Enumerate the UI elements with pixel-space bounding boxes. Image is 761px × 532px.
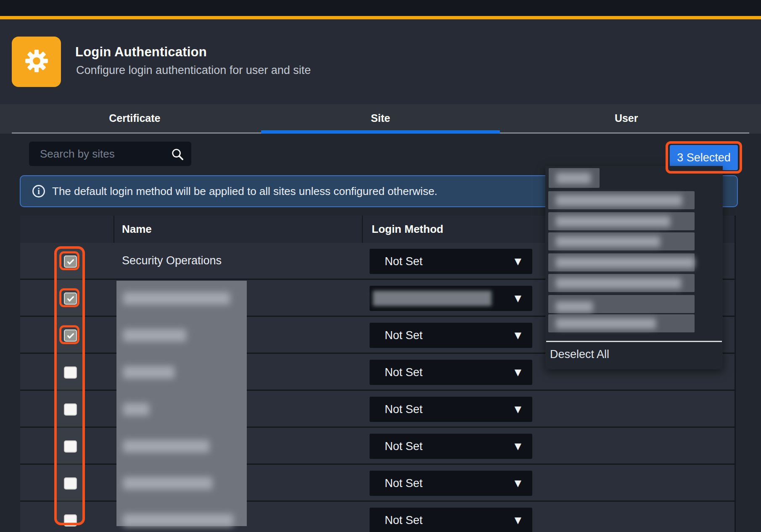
dropdown-option-redacted[interactable] [548, 295, 695, 313]
active-tab-indicator [261, 130, 499, 134]
page-subtitle: Configure login authentication for user … [76, 64, 311, 77]
tab-certificate[interactable]: Certificate [12, 104, 258, 132]
redacted-site-name [123, 403, 149, 416]
dropdown-option-redacted[interactable] [548, 253, 695, 271]
redacted-site-name [123, 366, 174, 379]
info-icon: i [32, 185, 45, 198]
redacted-names-block [116, 281, 247, 526]
caret-down-icon: ▼ [515, 256, 521, 266]
login-authentication-screen: Login Authentication Configure login aut… [0, 0, 761, 532]
checkbox-highlight-ring [59, 288, 79, 307]
column-header-name: Name [114, 216, 363, 243]
login-method-select[interactable]: Not Set ▼ [370, 360, 532, 385]
caret-down-icon: ▼ [515, 515, 521, 525]
dropdown-option-redacted[interactable] [548, 191, 695, 209]
caret-down-icon: ▼ [515, 330, 521, 340]
dropdown-option-redacted[interactable] [548, 212, 695, 230]
redacted-site-name [123, 440, 209, 453]
redacted-site-name [123, 477, 212, 490]
caret-down-icon: ▼ [515, 478, 521, 488]
login-method-select[interactable]: Not Set ▼ [370, 434, 532, 459]
dropdown-separator [546, 341, 722, 342]
login-method-select[interactable]: ▼ [370, 286, 532, 311]
redacted-site-name [123, 292, 230, 305]
tab-bar: Certificate Site User [0, 104, 761, 134]
dropdown-option-redacted[interactable] [548, 274, 695, 292]
caret-down-icon: ▼ [515, 441, 521, 451]
tab-user[interactable]: User [503, 104, 749, 132]
login-method-select[interactable]: Not Set ▼ [370, 323, 532, 348]
selection-dropdown: Deselect All [545, 166, 723, 369]
dropdown-option-redacted[interactable] [548, 232, 695, 250]
caret-down-icon: ▼ [515, 404, 521, 414]
settings-app-tile [12, 37, 61, 87]
dropdown-option-redacted[interactable] [548, 314, 695, 332]
caret-down-icon: ▼ [515, 367, 521, 377]
redacted-site-name [123, 329, 186, 342]
login-method-select[interactable]: Not Set ▼ [370, 508, 532, 532]
search-icon[interactable] [170, 147, 185, 161]
deselect-all-option[interactable]: Deselect All [550, 346, 609, 363]
info-banner-text: The default login method will be applied… [52, 185, 437, 198]
gear-icon [23, 47, 50, 76]
page-title: Login Authentication [75, 45, 207, 60]
site-name: Security Operations [122, 254, 222, 267]
top-bar [0, 0, 761, 16]
login-method-select[interactable]: Not Set ▼ [370, 397, 532, 422]
checkbox-highlight-ring [59, 325, 79, 344]
accent-divider [0, 16, 761, 19]
login-method-select[interactable]: Not Set ▼ [370, 249, 532, 274]
tab-site[interactable]: Site [258, 104, 504, 132]
selected-button-highlight-ring [666, 141, 742, 174]
page-header: Login Authentication Configure login aut… [0, 19, 761, 104]
login-method-select[interactable]: Not Set ▼ [370, 471, 532, 496]
redacted-site-name [123, 514, 233, 527]
search-input[interactable] [29, 142, 191, 166]
caret-down-icon: ▼ [515, 293, 521, 303]
dropdown-option-redacted[interactable] [549, 168, 600, 188]
column-header-checkbox [20, 216, 114, 243]
redacted-login-method-value [373, 291, 491, 306]
checkbox-highlight-ring [59, 251, 79, 270]
